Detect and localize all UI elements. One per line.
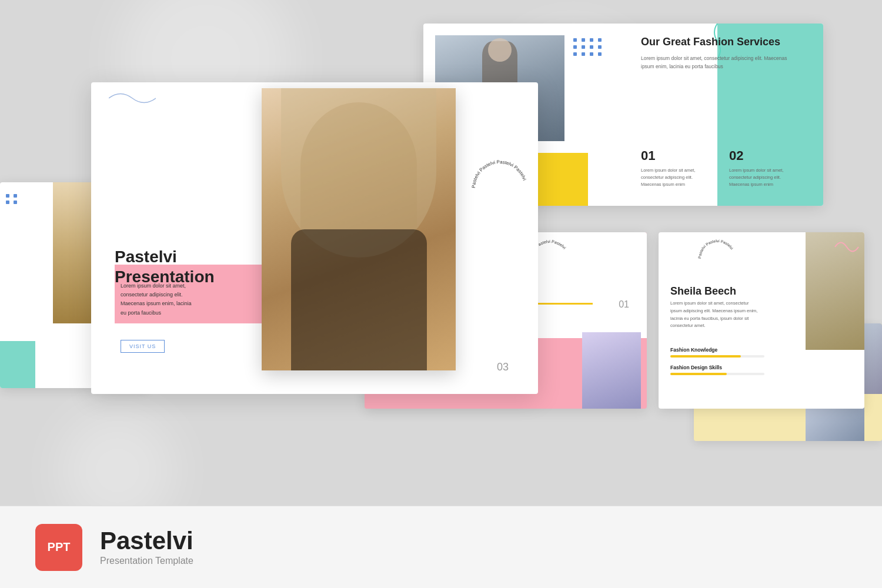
service-num-02-label: 02 — [729, 148, 794, 163]
service-num-02: 02 Lorem ipsum dolor sit amet, consectet… — [729, 148, 794, 188]
sbr-circular-text: Pastelvi Pastelvi Pastelvi — [694, 235, 741, 282]
skill2-bar-bg — [670, 373, 764, 375]
blue-dots-grid — [573, 38, 603, 56]
skill2-label: Fashion Design Skills — [670, 365, 764, 370]
skill2-bar-fill — [670, 373, 727, 375]
slide-main-wave — [109, 89, 156, 107]
skill1-label: Fashion Knowledge — [670, 347, 764, 353]
bc-photo3 — [582, 332, 641, 409]
bottom-bar: PPT Pastelvi Presentation Template — [0, 506, 882, 588]
service-num-01: 01 Lorem ipsum dolor sit amet, consectet… — [641, 148, 706, 188]
slide-bottom-right: Pastelvi Pastelvi Pastelvi Sheila Beech … — [659, 232, 864, 409]
svg-text:Pastelvi  Pastelvi  Pastelvi: Pastelvi Pastelvi Pastelvi — [697, 239, 734, 259]
services-title: Our Great Fashion Services — [641, 35, 794, 49]
sbr-person-name: Sheila Beech — [670, 285, 736, 298]
slide-main-title-text: Pastelvi Presentation — [115, 247, 215, 286]
circular-text-main: Pastelvi Pastelvi Pastelvi Pastelvi — [465, 153, 535, 223]
slide-main-title: Pastelvi Presentation — [115, 247, 215, 286]
services-description: Lorem ipsum dolor sit amet, consectetur … — [641, 55, 794, 71]
slide-num-main: 03 — [497, 361, 509, 373]
ppt-badge: PPT — [35, 524, 82, 571]
brand-name: Pastelvi — [100, 529, 193, 553]
sbr-skills: Fashion Knowledge Fashion Design Skills — [670, 347, 764, 382]
main-photo — [262, 88, 456, 370]
pink-wave-deco — [832, 235, 861, 258]
svg-text:Pastelvi  Pastelvi  Pastelvi  : Pastelvi Pastelvi Pastelvi Pastelvi — [471, 159, 527, 188]
service-num-01-text: Lorem ipsum dolor sit amet, consectetur … — [641, 167, 706, 188]
services-text-block: Our Great Fashion Services Lorem ipsum d… — [641, 35, 794, 71]
service-num-02-text: Lorem ipsum dolor sit amet, consectetur … — [729, 167, 794, 188]
pink-bar-lorem: Lorem ipsum dolor sit amet, consectetur … — [121, 282, 238, 318]
bottom-text-block: Pastelvi Presentation Template — [100, 529, 193, 566]
sbr-description: Lorem ipsum dolor sit amet, consectetur … — [670, 300, 776, 330]
service-num-01-label: 01 — [641, 148, 706, 163]
slide-left-teal-block — [0, 341, 35, 388]
brand-subtitle: Presentation Template — [100, 556, 193, 566]
yellow-line-bc — [534, 303, 593, 305]
visit-us-button[interactable]: VISIT US — [121, 340, 165, 353]
skill1-bar-bg — [670, 355, 764, 358]
slide-left-blue-dots — [6, 194, 18, 204]
services-numbers: 01 Lorem ipsum dolor sit amet, consectet… — [641, 148, 794, 188]
bc-slide-number: 01 — [619, 299, 629, 310]
skill1-bar-fill — [670, 355, 741, 358]
